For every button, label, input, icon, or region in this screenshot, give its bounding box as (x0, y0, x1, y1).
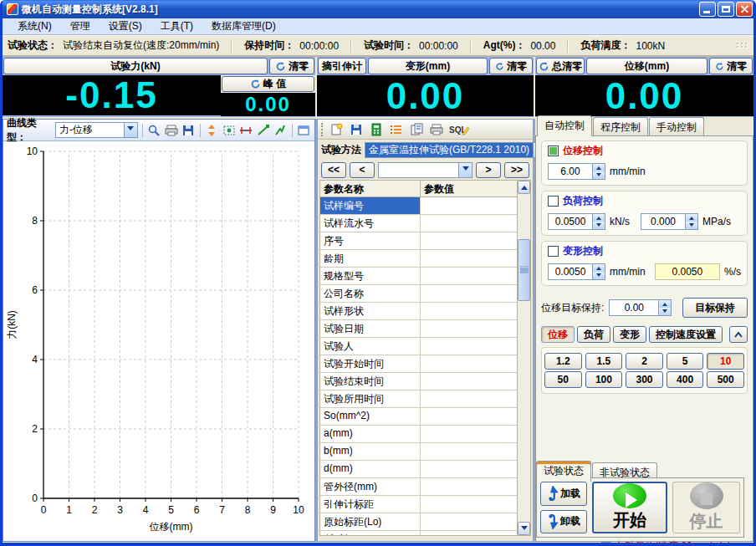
save-file-icon[interactable] (348, 121, 364, 137)
collapse-button[interactable] (729, 326, 748, 343)
target-hold-input[interactable] (610, 300, 658, 315)
table-row[interactable]: d(mm) (320, 461, 518, 478)
last-record-button[interactable]: >> (504, 162, 529, 178)
stepper-arrows[interactable] (592, 214, 605, 229)
scroll-down-icon[interactable] (518, 522, 530, 535)
curve-type-select[interactable]: 力-位移 (55, 122, 138, 138)
speed-button[interactable]: 500 (707, 371, 744, 388)
table-row[interactable]: 规格型号 (320, 268, 518, 285)
displacement-speed-input[interactable] (549, 164, 592, 179)
stepper-arrows[interactable] (658, 300, 671, 315)
table-row[interactable]: 引伸计标距 (320, 496, 518, 513)
load-speed-stepper[interactable] (548, 213, 605, 230)
detach-extensometer-button[interactable]: 摘引伸计 (318, 58, 366, 74)
calculator-icon[interactable] (368, 121, 384, 137)
prev-record-button[interactable]: < (350, 162, 375, 178)
force-clear-button[interactable]: 清零 (269, 58, 314, 74)
disp-clear-button[interactable]: 清零 (709, 58, 753, 74)
zoom-icon[interactable] (147, 122, 161, 138)
mode-displacement-button[interactable]: 位移 (541, 326, 575, 343)
stress-speed-input[interactable] (641, 214, 685, 229)
speed-button[interactable]: 1.2 (544, 353, 582, 370)
tab-test-state[interactable]: 试验状态 (536, 461, 591, 482)
auto-reset-checkbox[interactable] (601, 542, 611, 546)
stepper-arrows[interactable] (592, 264, 605, 279)
minimize-button[interactable] (699, 2, 716, 17)
list-icon[interactable] (388, 121, 404, 137)
table-row[interactable]: 管外径(mm) (320, 478, 518, 496)
deform-speed-stepper[interactable] (548, 263, 605, 280)
load-control-checkbox[interactable] (548, 196, 559, 207)
table-row[interactable]: 原始标距(Lo) (320, 513, 518, 531)
target-hold-button[interactable]: 目标保持 (682, 298, 748, 318)
table-row[interactable]: 龄期 (320, 250, 518, 268)
speed-button[interactable]: 300 (626, 371, 663, 388)
first-record-button[interactable]: << (321, 162, 346, 178)
measure-icon[interactable] (239, 122, 253, 138)
speed-button[interactable]: 50 (544, 371, 582, 388)
window-icon[interactable] (297, 122, 311, 138)
scroll-up-icon[interactable] (518, 181, 530, 194)
tab-auto-control[interactable]: 自动控制 (537, 115, 592, 136)
method-select[interactable]: 金属室温拉伸试验(GB/T228.1 2010) (365, 142, 547, 158)
displacement-speed-stepper[interactable] (548, 163, 605, 180)
deform-control-checkbox[interactable] (548, 246, 559, 257)
line-icon[interactable] (256, 122, 270, 138)
table-row[interactable]: 试验结束时间 (320, 373, 518, 390)
table-row[interactable]: 试验所用时间 (320, 390, 518, 408)
report-icon[interactable] (408, 121, 424, 137)
save-icon[interactable] (181, 122, 196, 138)
menu-manage[interactable]: 管理 (62, 18, 99, 35)
print-icon[interactable] (164, 122, 178, 138)
clear-all-button[interactable]: 总清零 (536, 58, 585, 74)
table-row[interactable]: 试样形状 (320, 303, 518, 320)
capture-icon[interactable] (222, 122, 236, 138)
target-hold-stepper[interactable] (609, 299, 672, 316)
speed-button-active[interactable]: 10 (707, 353, 744, 370)
speed-button[interactable]: 2 (626, 353, 663, 370)
stepper-arrows[interactable] (592, 164, 605, 179)
table-row[interactable]: So(mm^2) (320, 408, 518, 426)
next-record-button[interactable]: > (476, 162, 501, 178)
menu-settings[interactable]: 设置(S) (100, 18, 151, 35)
table-row[interactable]: b(mm) (320, 443, 518, 461)
load-speed-input[interactable] (549, 214, 592, 229)
tab-program-control[interactable]: 程序控制 (593, 117, 648, 136)
sql-icon[interactable]: SQL (448, 121, 470, 137)
deform-clear-button[interactable]: 清零 (489, 58, 533, 74)
speed-settings-button[interactable]: 控制速度设置 (649, 326, 723, 343)
start-button[interactable]: 开始 (592, 482, 667, 533)
marker-icon[interactable] (273, 122, 287, 138)
tab-manual-control[interactable]: 手动控制 (649, 117, 704, 136)
menu-system[interactable]: 系统(N) (9, 18, 60, 35)
table-row[interactable]: 断后标距(Lu) (320, 531, 518, 536)
scrollbar-thumb[interactable] (518, 239, 530, 301)
speed-button[interactable]: 100 (585, 371, 623, 388)
table-scrollbar[interactable] (517, 180, 531, 536)
speed-button[interactable]: 5 (667, 353, 704, 370)
table-row[interactable]: 试样流水号 (320, 215, 518, 232)
table-row[interactable]: 试验开始时间 (320, 355, 518, 373)
speed-button[interactable]: 400 (667, 371, 704, 388)
table-row[interactable]: a(mm) (320, 426, 518, 443)
peak-button[interactable]: 峰 值 (222, 76, 314, 92)
load-up-button[interactable]: 加载 (540, 482, 587, 506)
table-row[interactable]: 试验日期 (320, 320, 518, 338)
unload-button[interactable]: 卸载 (540, 510, 587, 534)
record-select[interactable] (378, 162, 472, 178)
table-row[interactable]: 试验人 (320, 338, 518, 355)
stop-button[interactable]: 停止 (672, 482, 740, 533)
table-row[interactable]: 公司名称 (320, 285, 518, 303)
maximize-button[interactable] (718, 2, 734, 17)
mode-load-button[interactable]: 负荷 (577, 326, 610, 343)
stress-speed-stepper[interactable] (641, 213, 698, 230)
menu-tools[interactable]: 工具(T) (152, 18, 202, 35)
menu-database[interactable]: 数据库管理(D) (203, 18, 284, 35)
stepper-arrows[interactable] (685, 214, 697, 229)
new-file-icon[interactable] (328, 121, 344, 137)
table-row[interactable]: 序号 (320, 232, 518, 250)
close-button[interactable] (736, 2, 753, 17)
mode-deform-button[interactable]: 变形 (613, 326, 646, 343)
table-row[interactable]: 试样编号 (320, 197, 518, 215)
displacement-control-checkbox[interactable] (548, 145, 559, 156)
